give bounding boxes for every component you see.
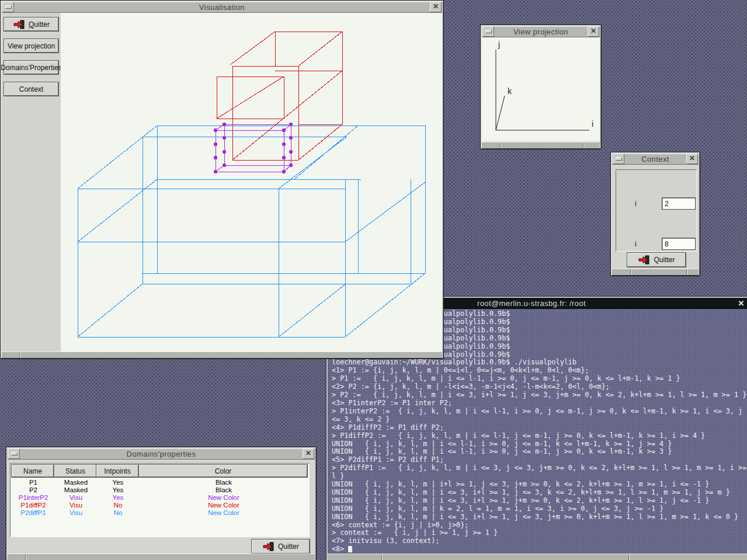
terminal-line: UNION { i, j, k, l, m | i <= 3, i+l >= 1… bbox=[332, 497, 747, 505]
view-projection-window: View projection ✕ jki bbox=[480, 25, 602, 149]
terminal-line: <7> initvisu (3, context); bbox=[332, 537, 747, 545]
domains-table: Name Status Intpoints Color P1MaskedYesB… bbox=[10, 463, 310, 537]
terminal-line: <5> P2diffP1 := P2 diff P1; bbox=[332, 456, 747, 464]
context-value-input[interactable] bbox=[662, 197, 696, 210]
quitter-label: Quitter bbox=[29, 20, 50, 29]
column-header-color[interactable]: Color bbox=[139, 465, 307, 477]
window-title: Context bbox=[625, 155, 686, 164]
cell-status: Visu bbox=[55, 509, 96, 516]
sidebar: Quitter View projectionDomains'Propertie… bbox=[2, 13, 61, 352]
sidebar-item-view-projection[interactable]: View projection bbox=[4, 39, 58, 53]
visualisation-titlebar[interactable]: Visualisation ✕ bbox=[2, 2, 442, 13]
wireframe-p1diffp2-red bbox=[217, 32, 342, 160]
table-row[interactable]: P1interP2VisuYesNew Color bbox=[12, 494, 308, 502]
wireframe-p2diffp1-blue bbox=[78, 126, 425, 337]
projection-axes-canvas[interactable]: jki bbox=[482, 37, 600, 141]
menu-bar-glyph bbox=[616, 157, 622, 161]
window-menu-icon[interactable] bbox=[613, 154, 624, 164]
wireframe-scene bbox=[61, 13, 442, 352]
terminal-line: > P1interP2 := { i, j, k, l, m | i <= l-… bbox=[332, 408, 747, 416]
field-label: i bbox=[635, 199, 637, 208]
column-header-intpoints[interactable]: Intpoints bbox=[96, 465, 138, 477]
cell-status: Visu bbox=[55, 494, 96, 501]
resize-bar[interactable] bbox=[482, 142, 600, 148]
terminal-line: UNION { i, j, k, l, m | i+l >= 1, j <= 3… bbox=[332, 481, 747, 489]
context-panel: i i bbox=[616, 169, 697, 252]
terminal-line: UNION { i, j, k, l, m | i <= l-1, i >= 0… bbox=[332, 440, 747, 448]
context-window: Context ✕ i i Quitter bbox=[610, 152, 700, 276]
terminal-line: <= 3, k <= 2 } bbox=[332, 416, 747, 424]
quitter-label: Quitter bbox=[278, 542, 299, 551]
context-titlebar[interactable]: Context ✕ bbox=[612, 154, 699, 165]
exit-icon bbox=[262, 542, 275, 551]
axis-label-j: j bbox=[498, 40, 500, 49]
column-header-status[interactable]: Status bbox=[54, 465, 96, 477]
cell-status: Masked bbox=[55, 486, 96, 493]
terminal-line: > P1 := { i, j, k, l, m | i <= l-1, i >=… bbox=[332, 375, 747, 383]
table-row[interactable]: P2diffP1VisuNoNew Color bbox=[12, 509, 308, 517]
polyhedra-canvas[interactable] bbox=[61, 13, 442, 352]
quitter-button[interactable]: Quitter bbox=[252, 540, 310, 554]
close-icon[interactable]: ✕ bbox=[588, 26, 599, 37]
cell-name: P2 bbox=[13, 486, 54, 493]
sidebar-buttons: View projectionDomains'PropertiesContext bbox=[2, 39, 61, 96]
cell-intpoints: Yes bbox=[98, 494, 138, 501]
context-field-row: i bbox=[616, 197, 696, 210]
window-menu-icon[interactable] bbox=[8, 448, 20, 459]
cell-color_label: New Color bbox=[140, 502, 307, 509]
resize-divider bbox=[500, 142, 501, 148]
visualisation-window: Visualisation ✕ Quitter View projectionD… bbox=[0, 0, 444, 359]
resize-divider bbox=[381, 554, 382, 560]
exit-icon bbox=[13, 20, 26, 29]
quitter-button[interactable]: Quitter bbox=[627, 253, 686, 267]
resize-bar[interactable] bbox=[328, 554, 747, 560]
resize-bar[interactable] bbox=[2, 352, 442, 358]
close-icon[interactable]: ✕ bbox=[430, 2, 442, 12]
terminal-line: > context := { i, j | i >= 1, j >= 1 } bbox=[332, 529, 747, 537]
close-icon[interactable]: ✕ bbox=[735, 299, 747, 308]
window-menu-icon[interactable] bbox=[2, 2, 14, 12]
terminal-cursor bbox=[348, 546, 352, 552]
resize-divider bbox=[686, 269, 687, 275]
window-menu-icon[interactable] bbox=[482, 26, 494, 37]
terminal-line: UNION { i, j, k, l, m | i <= 3, i+l >= 1… bbox=[332, 489, 747, 497]
context-field-row: i bbox=[616, 238, 696, 251]
desktop: { "icons": { "close": "✕" }, "terminal":… bbox=[0, 0, 747, 560]
terminal-line: UNION { i, j, k, l, m | k = 2, l = 1, m … bbox=[332, 505, 747, 513]
window-title: View projection bbox=[495, 27, 587, 36]
terminal-line: UNION { i, j, k, l, m | i <= l-1, i >= 0… bbox=[332, 448, 747, 456]
axis-label-i: i bbox=[592, 119, 593, 128]
cell-status: Visu bbox=[55, 502, 96, 509]
domains-titlebar[interactable]: Domains'properties ✕ bbox=[8, 448, 315, 460]
wireframe-p1interp2-purple bbox=[216, 124, 291, 172]
context-value-input[interactable] bbox=[662, 238, 696, 250]
cell-color_label: New Color bbox=[140, 509, 307, 516]
terminal-line: <6> context := {i, j | i>0, j>0}; bbox=[332, 521, 747, 530]
menu-bar-glyph bbox=[485, 30, 492, 33]
close-icon[interactable]: ✕ bbox=[303, 448, 314, 459]
exit-icon bbox=[638, 255, 651, 265]
window-title: Visualisation bbox=[15, 3, 429, 12]
cell-intpoints: Yes bbox=[98, 486, 138, 493]
resize-bar[interactable] bbox=[612, 269, 699, 275]
close-icon[interactable]: ✕ bbox=[686, 154, 698, 164]
cell-intpoints: No bbox=[98, 502, 138, 509]
sidebar-item-context[interactable]: Context bbox=[4, 82, 58, 96]
table-row[interactable]: P1diffP2VisuNoNew Color bbox=[12, 502, 308, 509]
terminal-line: <8> bbox=[332, 545, 747, 554]
terminal-line: UNION { i, j, k, l, m | i <= 3, i+l >= 1… bbox=[332, 513, 747, 521]
column-header-name[interactable]: Name bbox=[12, 465, 54, 477]
terminal-line: <2> P2 := {i, j, k, l, m | -l<i<=3, -m-1… bbox=[332, 383, 747, 391]
terminal-line: > P2diffP1 := { i, j, k, l, m | i <= 3, … bbox=[332, 464, 747, 472]
domains-properties-window: Domains'properties ✕ Name Status Intpoin… bbox=[6, 447, 317, 560]
terminal-line: > P1diffP2 := { i, j, k, l, m | i <= l-1… bbox=[332, 432, 747, 440]
terminal-line: l } bbox=[332, 472, 747, 481]
resize-divider bbox=[19, 352, 20, 358]
resize-divider bbox=[583, 142, 583, 148]
quitter-button[interactable]: Quitter bbox=[4, 18, 58, 31]
table-row[interactable]: P1MaskedYesBlack bbox=[12, 479, 308, 486]
sidebar-item-domains-properties[interactable]: Domains'Properties bbox=[4, 61, 58, 74]
resize-bar[interactable] bbox=[8, 554, 315, 560]
table-row[interactable]: P2MaskedYesBlack bbox=[12, 486, 308, 494]
view-projection-titlebar[interactable]: View projection ✕ bbox=[482, 26, 600, 37]
